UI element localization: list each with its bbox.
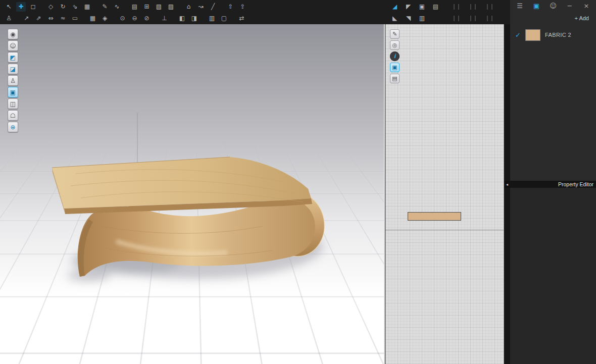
fabric-tab-icon[interactable]: ▣	[532, 1, 541, 10]
toolbar-2d-row-1: ◢ ◤ ▣ ▤	[390, 1, 440, 12]
property-editor-expand-handle[interactable]: ◂	[505, 181, 510, 188]
top-toolbar: ↖ ✚ ◻ ◇ ↻ ⇘ ▦ ✎ ∿ ▤ ⊞ ▧ ▨ ⌂ ↝ ╱ ⇧ ⇪	[0, 0, 510, 24]
raise-tool[interactable]: ⇧	[226, 2, 235, 12]
pattern-piece[interactable]	[408, 212, 461, 221]
add-point-tool[interactable]: ⊙	[118, 14, 127, 23]
transform-pattern-tool[interactable]: ◇	[46, 2, 56, 12]
toolbar-separator	[487, 16, 492, 21]
pattern-outline-tool[interactable]: ▨	[166, 2, 176, 12]
toolbar-group-transform: ◇ ↻ ⇘ ▦	[46, 2, 92, 12]
pin-tool[interactable]: ▦	[82, 2, 92, 12]
show-avatar-icon[interactable]: ☺	[8, 40, 18, 51]
toolbar-2d-row-2: ◣ ◥ ▥	[390, 13, 427, 24]
toolbar-group-align: ⇄	[237, 14, 246, 23]
fabric-name-label: FABRIC 2	[545, 32, 571, 38]
trace-tool[interactable]: ╱	[208, 2, 218, 12]
render-mode-icon[interactable]: ◉	[8, 29, 18, 39]
toolbar-separator	[470, 4, 476, 10]
fabric-swatch	[525, 29, 540, 41]
texture-edit-icon[interactable]: ▣	[390, 63, 400, 72]
toolbar-group-select3d: ↗ ⇗ ⇔ ≈ ▭	[22, 14, 80, 23]
toolbar-group-fabric: ▤ ⊞ ▧ ▨	[130, 2, 176, 12]
add-fabric-button[interactable]: + Add	[510, 15, 596, 24]
solid-view-tool[interactable]: ▦	[88, 14, 97, 23]
cloth-display-icon[interactable]: ◫	[8, 98, 18, 109]
minimize-panel-icon[interactable]: −	[565, 1, 574, 10]
multi-select-tool[interactable]: ⇔	[46, 14, 56, 23]
viewport-3d-toolbar: ◉ ☺ ◩ ◪ ♙ ▣ ◫ ☖ ⊕	[8, 29, 18, 132]
garment-tool[interactable]: ▧	[154, 2, 164, 12]
toolbar-group-scene: ⌂ ↝ ╱	[184, 2, 218, 12]
pattern-pen-icon[interactable]: ✎	[390, 29, 400, 39]
panel-grid-view-tool[interactable]: ▥	[207, 14, 217, 23]
world-gizmo-icon[interactable]: ⊕	[8, 122, 18, 132]
toolbar-separators-row2	[454, 13, 492, 24]
measure-tool[interactable]: ⊥	[160, 14, 169, 23]
toolbar-separators-row1	[454, 1, 492, 12]
viewport-2d-toolbar: ✎ ◎ i ▣ ▤	[390, 29, 400, 83]
mannequin-display-icon[interactable]: ☖	[8, 110, 18, 121]
viewport-3d[interactable]: ◉ ☺ ◩ ◪ ♙ ▣ ◫ ☖ ⊕	[0, 24, 385, 364]
table-top	[52, 157, 311, 209]
surface-view-icon[interactable]: ◪	[8, 64, 18, 74]
fabric-list-item[interactable]: ✓ FABRIC 2	[510, 27, 596, 42]
sewing-tool[interactable]: ▤	[130, 2, 139, 12]
avatar-pose-icon[interactable]: ♙	[8, 75, 18, 86]
panel-split-view-tool[interactable]: ◨	[189, 14, 199, 23]
property-editor-title: Property Editor	[558, 181, 593, 187]
toolbar-group-draw: ✎ ∿	[100, 2, 122, 12]
avatar-tab-icon[interactable]: ☺	[549, 1, 558, 10]
garment-3d-model[interactable]	[0, 24, 384, 364]
paste-pattern-tool[interactable]: ▤	[431, 2, 440, 12]
property-editor-body	[510, 188, 596, 364]
split-tool[interactable]: ⊘	[142, 14, 152, 23]
texture-rotate-tool[interactable]: ◥	[404, 14, 413, 23]
select-move-3d-tool[interactable]: ↗	[22, 14, 31, 23]
select-arrow-tool[interactable]: ↖	[4, 2, 14, 12]
layer-tool[interactable]: ▥	[417, 14, 427, 23]
pen-tool[interactable]: ✎	[100, 2, 110, 12]
panel-left-view-tool[interactable]: ◧	[177, 14, 187, 23]
flatten-tool[interactable]: ↝	[196, 2, 206, 12]
select-mesh-tool[interactable]: ⇗	[34, 14, 43, 23]
soft-select-tool[interactable]: ≈	[58, 14, 68, 23]
fabric-display-icon[interactable]: ▣	[8, 87, 18, 97]
box-select-tool[interactable]: ◻	[28, 2, 38, 12]
toolbar-group-windows: ▥ ▢	[207, 14, 229, 23]
viewport-2d-pattern[interactable]: ✎ ◎ i ▣ ▤	[385, 24, 504, 364]
assemble-tool[interactable]: ◈	[100, 14, 110, 23]
texture-surface-tool[interactable]: ◢	[390, 2, 400, 12]
toolbar-group-export: ⇧ ⇪	[226, 2, 247, 12]
fabric-weave-tool[interactable]: ⊞	[142, 2, 152, 12]
texture-lower-tool[interactable]: ◣	[390, 14, 400, 23]
scale-tool[interactable]: ⇘	[70, 2, 80, 12]
textured-view-icon[interactable]: ◩	[8, 52, 18, 63]
toolbar-separator	[454, 4, 459, 10]
toolbar-separator	[454, 16, 459, 21]
curve-edit-tool[interactable]: ∿	[112, 2, 122, 12]
pattern-pin-icon[interactable]: ◎	[390, 40, 400, 50]
close-panel-icon[interactable]: ×	[582, 1, 591, 10]
move-gizmo-tool[interactable]: ✚	[16, 2, 26, 12]
rotate-tool[interactable]: ↻	[58, 2, 68, 12]
showroom-tool[interactable]: ⌂	[184, 2, 193, 12]
walk-avatar-tool[interactable]: ♙	[4, 14, 14, 23]
lift-tool[interactable]: ⇪	[238, 2, 247, 12]
toolbar-group-points: ⊙ ⊖ ⊘	[118, 14, 152, 23]
texture-flip-tool[interactable]: ◤	[404, 2, 413, 12]
copy-pattern-tool[interactable]: ▣	[417, 2, 427, 12]
sync-view-tool[interactable]: ⇄	[237, 14, 246, 23]
toolbar-row-2: ♙ ↗ ⇗ ⇔ ≈ ▭ ▦ ◈ ⊙ ⊖ ⊘ ⊥ ◧ ◨ ▥ ▢ ⇄	[4, 13, 255, 24]
toolbar-group-panels: ◧ ◨	[177, 14, 199, 23]
grid-settings-icon[interactable]: ▤	[390, 74, 400, 83]
remove-point-tool[interactable]: ⊖	[130, 14, 139, 23]
box-transform-tool[interactable]: ▭	[70, 14, 80, 23]
toolbar-group-avatar: ♙	[4, 14, 14, 23]
toolbar-group-mesh: ▦ ◈	[88, 14, 110, 23]
object-browser-panel: ☰ ▣ ☺ − × + Add ✓ FABRIC 2 Property Edit…	[510, 0, 596, 364]
pattern-info-icon[interactable]: i	[390, 51, 400, 61]
toolbar-separator	[470, 16, 476, 21]
window-view-tool[interactable]: ▢	[219, 14, 229, 23]
panel-splitter[interactable]	[504, 24, 510, 364]
object-list-icon[interactable]: ☰	[515, 1, 524, 10]
